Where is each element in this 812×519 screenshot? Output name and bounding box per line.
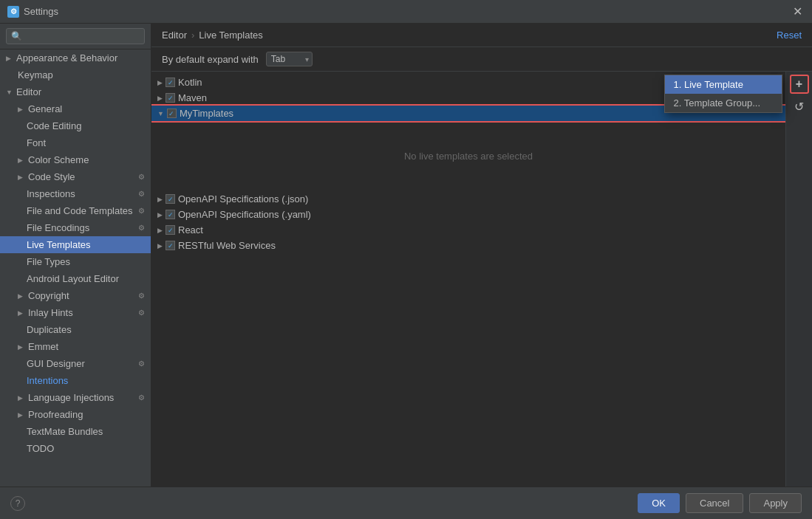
mytemplates-checkbox[interactable] [167, 109, 177, 118]
settings-icon: ⚙ [138, 360, 145, 368]
panel-body: ▶ Kotlin ▶ Maven ▼ MyTimplates [151, 72, 812, 487]
sidebar-item-file-code-templates[interactable]: File and Code Templates ⚙ [0, 202, 151, 219]
sidebar-item-file-types[interactable]: File Types [0, 253, 151, 270]
group-label: React [178, 224, 203, 236]
sidebar-item-editor[interactable]: ▼ Editor [0, 83, 151, 100]
settings-icon: ⚙ [138, 173, 145, 181]
cancel-button[interactable]: Cancel [686, 493, 743, 513]
help-button[interactable]: ? [10, 496, 25, 511]
settings-icon: ⚙ [138, 207, 145, 215]
sidebar-item-intentions[interactable]: Intentions [0, 372, 151, 389]
sidebar-item-label: File and Code Templates [27, 205, 133, 216]
add-button-container: + 1. Live Template 2. Template Group... [790, 75, 809, 94]
kotlin-checkbox[interactable] [166, 78, 175, 87]
chevron-icon: ▼ [157, 110, 164, 117]
chevron-icon: ▶ [157, 227, 163, 234]
sidebar-item-label: Inspections [27, 188, 75, 199]
main-content: ▶ Appearance & Behavior Keymap ▼ Editor … [0, 24, 812, 487]
group-label: Kotlin [178, 77, 202, 88]
sidebar-item-color-scheme[interactable]: ▶ Color Scheme [0, 151, 151, 168]
sidebar-item-proofreading[interactable]: ▶ Proofreading [0, 406, 151, 423]
group-label: MyTimplates [180, 108, 233, 119]
sidebar-item-textmate-bundles[interactable]: TextMate Bundles [0, 423, 151, 440]
sidebar-item-label: Emmet [28, 341, 58, 352]
breadcrumb: Editor › Live Templates [162, 30, 263, 41]
sidebar-item-live-templates[interactable]: Live Templates [0, 236, 151, 253]
maven-checkbox[interactable] [166, 93, 175, 103]
sidebar-item-copyright[interactable]: ▶ Copyright ⚙ [0, 287, 151, 304]
expand-select[interactable]: Tab Enter Space [266, 52, 313, 66]
template-group-openapi-yaml[interactable]: ▶ OpenAPI Specifications (.yaml) [151, 207, 785, 222]
sidebar-item-inspections[interactable]: Inspections ⚙ [0, 185, 151, 202]
apply-button[interactable]: Apply [749, 493, 802, 513]
reset-button[interactable]: Reset [777, 30, 802, 41]
sidebar-item-label: Language Injections [28, 392, 114, 403]
group-label: OpenAPI Specifications (.json) [178, 193, 308, 204]
sidebar-item-keymap[interactable]: Keymap [0, 66, 151, 83]
dropdown-template-group[interactable]: 2. Template Group... [665, 94, 782, 112]
sidebar-item-emmet[interactable]: ▶ Emmet [0, 338, 151, 355]
sidebar-item-label: GUI Designer [27, 358, 85, 369]
template-group-openapi-json[interactable]: ▶ OpenAPI Specifications (.json) [151, 191, 785, 207]
settings-icon: ⚙ [138, 292, 145, 300]
sidebar-item-general[interactable]: ▶ General [0, 100, 151, 117]
sidebar-item-label: Android Layout Editor [27, 273, 119, 284]
breadcrumb-current: Live Templates [199, 30, 262, 41]
template-group-react[interactable]: ▶ React [151, 222, 785, 238]
expand-select-wrapper: Tab Enter Space [266, 52, 313, 66]
group-label: Maven [178, 92, 207, 103]
search-input[interactable] [6, 28, 145, 44]
sidebar-item-label: Live Templates [27, 239, 90, 250]
sidebar-item-code-editing[interactable]: Code Editing [0, 117, 151, 134]
chevron-icon: ▶ [157, 94, 163, 102]
template-list: ▶ Kotlin ▶ Maven ▼ MyTimplates [151, 72, 785, 487]
empty-message: No live templates are selected [151, 121, 785, 191]
ok-button[interactable]: OK [638, 493, 680, 513]
group-label: RESTful Web Services [178, 240, 276, 251]
sidebar-item-label: General [28, 103, 62, 114]
sidebar-item-android-layout[interactable]: Android Layout Editor [0, 270, 151, 287]
chevron-icon: ▶ [157, 196, 163, 203]
settings-icon: ⚙ [138, 224, 145, 232]
undo-button[interactable]: ↺ [790, 97, 809, 116]
sidebar-item-gui-designer[interactable]: GUI Designer ⚙ [0, 355, 151, 372]
react-checkbox[interactable] [166, 225, 175, 235]
sidebar-item-inlay-hints[interactable]: ▶ Inlay Hints ⚙ [0, 304, 151, 321]
app-icon: ⚙ [7, 6, 19, 18]
sidebar-item-label: TODO [27, 443, 54, 454]
window-title: Settings [24, 6, 58, 17]
sidebar-item-code-style[interactable]: ▶ Code Style ⚙ [0, 168, 151, 185]
chevron-icon: ▶ [157, 211, 163, 219]
sidebar-item-todo[interactable]: TODO [0, 440, 151, 457]
sidebar-item-duplicates[interactable]: Duplicates [0, 321, 151, 338]
chevron-icon: ▶ [18, 309, 25, 317]
openapi-json-checkbox[interactable] [166, 194, 175, 204]
bottom-right: OK Cancel Apply [638, 493, 802, 513]
dropdown-item-label: 2. Template Group... [674, 97, 761, 109]
chevron-icon: ▶ [18, 394, 25, 402]
add-button[interactable]: + [790, 75, 809, 94]
sidebar-item-language-injections[interactable]: ▶ Language Injections ⚙ [0, 389, 151, 406]
openapi-yaml-checkbox[interactable] [166, 210, 175, 219]
chevron-icon: ▶ [18, 343, 25, 351]
chevron-icon: ▶ [157, 79, 163, 86]
sidebar-item-label: Inlay Hints [28, 307, 73, 318]
sidebar-item-file-encodings[interactable]: File Encodings ⚙ [0, 219, 151, 236]
sidebar-item-label: Intentions [27, 375, 68, 386]
dropdown-live-template[interactable]: 1. Live Template [665, 75, 782, 94]
chevron-icon: ▶ [157, 242, 163, 250]
close-button[interactable]: ✕ [790, 4, 805, 19]
restful-checkbox[interactable] [166, 241, 175, 250]
add-dropdown: 1. Live Template 2. Template Group... [664, 75, 782, 113]
breadcrumb-parent: Editor [162, 30, 187, 41]
chevron-icon: ▶ [18, 173, 25, 181]
bottom-left: ? [10, 496, 25, 511]
sidebar-item-label: File Encodings [27, 222, 89, 233]
sidebar-item-label: Copyright [28, 290, 69, 301]
sidebar-item-font[interactable]: Font [0, 134, 151, 151]
group-label: OpenAPI Specifications (.yaml) [178, 209, 311, 220]
chevron-icon: ▶ [18, 411, 25, 419]
list-area: ▶ Kotlin ▶ Maven ▼ MyTimplates [151, 72, 785, 487]
template-group-restful[interactable]: ▶ RESTful Web Services [151, 238, 785, 253]
sidebar-item-appearance[interactable]: ▶ Appearance & Behavior [0, 49, 151, 66]
